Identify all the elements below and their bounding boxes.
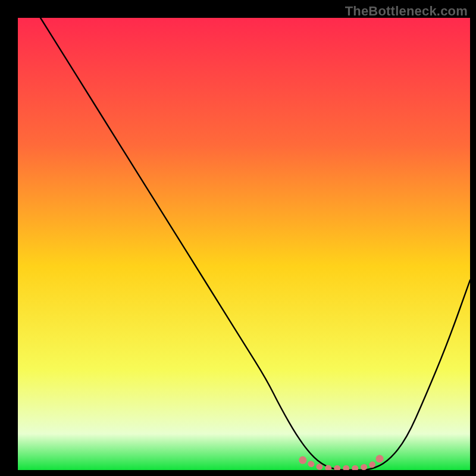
- optimal-range-end-marker: [376, 455, 384, 463]
- chart-frame: TheBottleneck.com: [0, 0, 476, 476]
- frame-bottom: [0, 470, 476, 476]
- watermark-label: TheBottleneck.com: [345, 4, 468, 19]
- frame-left: [0, 0, 18, 476]
- frame-right: [470, 0, 476, 476]
- bottleneck-chart: [0, 0, 476, 476]
- optimal-range-start-marker: [299, 456, 306, 464]
- plot-background: [18, 18, 470, 470]
